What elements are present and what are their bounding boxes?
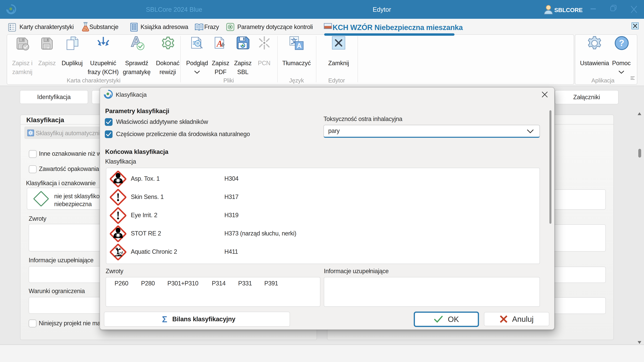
svg-text:?: ?: [619, 38, 624, 48]
svg-text:A: A: [216, 39, 222, 48]
svg-text:A: A: [297, 42, 302, 49]
